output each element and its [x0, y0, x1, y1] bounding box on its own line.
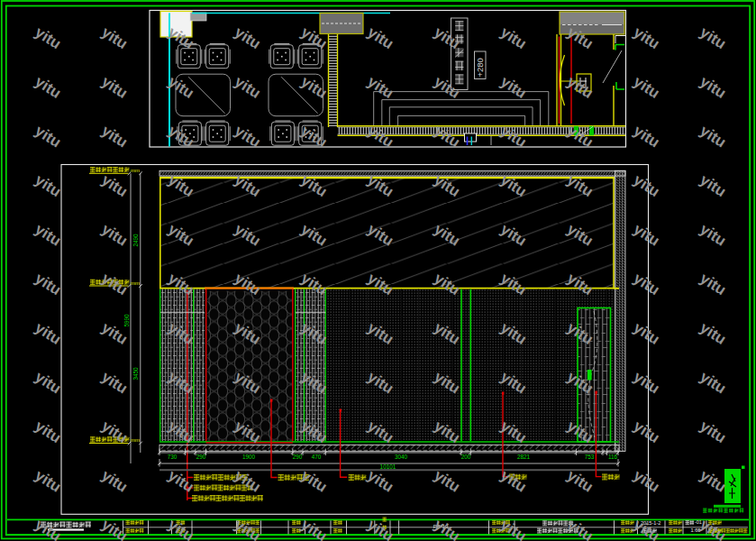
svg-text:+280: +280: [475, 58, 485, 77]
svg-text:mm: mm: [131, 168, 140, 173]
svg-text:2490: 2490: [132, 234, 139, 247]
svg-text:10101: 10101: [380, 463, 396, 470]
svg-text:753: 753: [585, 454, 595, 460]
svg-text:mm: mm: [131, 437, 140, 443]
svg-text:3040: 3040: [395, 454, 408, 460]
svg-text:5990: 5990: [123, 314, 130, 327]
svg-text:470: 470: [312, 454, 322, 460]
svg-text:1900: 1900: [242, 454, 256, 460]
svg-text:730: 730: [168, 454, 178, 460]
svg-text:mm: mm: [131, 280, 140, 286]
svg-text:200: 200: [461, 454, 471, 460]
svg-text:116: 116: [608, 454, 618, 460]
svg-text:290: 290: [293, 454, 303, 460]
svg-text:290: 290: [196, 454, 206, 460]
svg-text:3450: 3450: [132, 367, 139, 381]
svg-text:2821: 2821: [517, 454, 531, 460]
